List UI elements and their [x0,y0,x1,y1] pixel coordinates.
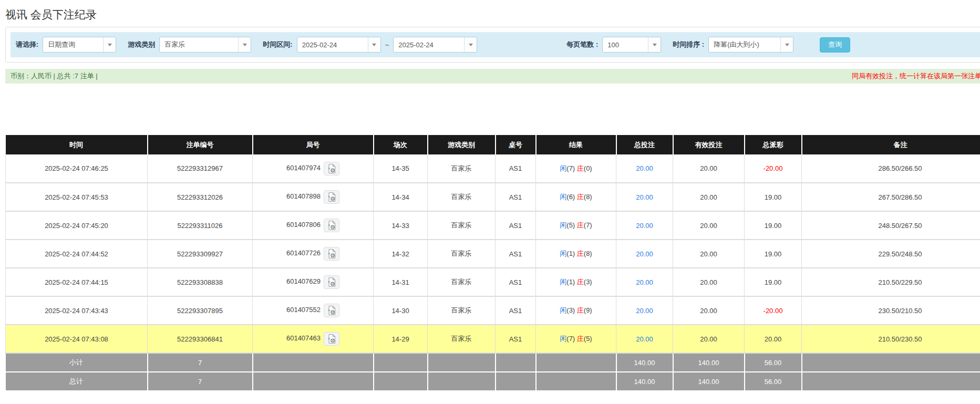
cell-round: 601407463 [253,325,374,353]
table-row[interactable]: 2025-02-24 07:45:20 522293311026 6014078… [6,211,980,240]
result-banker-points: (3) [584,278,592,286]
cell-game-type: 百家乐 [428,240,496,268]
cell-payout: -20.00 [745,296,802,325]
query-type-select[interactable]: 日期查询 [43,37,116,53]
column-header: 场次 [374,135,428,154]
cell-note: 248.50/267.50 [802,211,980,240]
cell-session: 14-30 [374,296,428,325]
result-banker-points: (7) [584,221,592,229]
cell-note: 210.50/230.50 [802,325,980,353]
table-row[interactable]: 2025-02-24 07:46:25 522293312967 6014079… [6,154,980,183]
result-player-points: (6) [566,193,575,201]
cell-total-bet: 20.00 [616,268,673,296]
video-record-icon[interactable] [324,190,339,204]
page-size-value[interactable]: 100 [603,37,648,52]
result-banker-label: 庄 [577,335,584,343]
date-to-select[interactable]: 2025-02-24 [393,37,477,53]
game-type-value[interactable]: 百家乐 [160,37,238,52]
cell-session: 14-31 [374,268,428,296]
cell-total-bet: 20.00 [616,183,673,211]
cell-session: 14-35 [374,154,428,183]
chevron-down-icon[interactable] [103,37,116,52]
search-button[interactable]: 查询 [820,37,850,53]
page-size-select[interactable]: 100 [602,37,661,53]
result-banker-points: (8) [584,193,592,201]
time-sort-select[interactable]: 降冪(由大到小) [708,37,793,53]
cell-round: 601407552 [253,296,374,325]
range-tilde: ~ [385,41,389,49]
column-header: 游戏类别 [428,135,496,154]
cell-note: 286.50/266.50 [802,154,980,183]
cell-total-bet: 20.00 [616,154,673,183]
cell-total-bet: 20.00 [616,211,673,240]
cell-payout: 19.00 [745,268,802,296]
cell-payout: 19.00 [745,240,802,268]
result-banker-label: 庄 [577,250,584,257]
time-sort-label: 时间排序 : [673,40,704,49]
cell-round: 601407629 [253,268,374,296]
cell-table-no: AS1 [496,240,536,268]
cell-table-no: AS1 [496,183,536,211]
cell-payout: -20.00 [745,154,802,183]
video-record-icon[interactable] [324,219,339,232]
column-header: 有效投注 [673,135,745,154]
time-sort-value[interactable]: 降冪(由大到小) [709,37,780,52]
result-banker-points: (9) [584,306,592,314]
cell-time: 2025-02-24 07:46:25 [6,154,148,183]
cell-round: 601407974 [253,154,374,183]
video-record-icon[interactable] [324,162,339,175]
table-row[interactable]: 2025-02-24 07:43:43 522293307895 6014075… [6,296,980,325]
result-player-label: 闲 [560,306,566,314]
result-player-label: 闲 [560,335,566,343]
column-header: 总派彩 [745,135,802,154]
chevron-down-icon[interactable] [780,37,793,52]
result-player-label: 闲 [560,250,566,257]
result-player-points: (1) [566,278,575,286]
cell-valid-bet: 20.00 [673,268,745,296]
table-header-row: 时间注单编号局号场次游戏类别桌号结果总投注有效投注总派彩备注 [6,135,980,154]
chevron-down-icon[interactable] [464,37,477,52]
game-type-label: 游戏类别 [128,40,155,49]
cell-valid-bet: 20.00 [673,325,745,353]
column-header: 结果 [536,135,616,154]
query-type-value[interactable]: 日期查询 [43,37,103,52]
video-record-icon[interactable] [324,275,339,289]
cell-game-type: 百家乐 [428,211,496,240]
cell-result: 闲(7) 庄(0) [536,154,616,183]
total-count: 7 [148,372,253,391]
cell-total-bet: 20.00 [616,240,673,268]
round-number: 601407629 [286,277,321,285]
cell-note: 267.50/286.50 [802,183,980,211]
result-banker-points: (5) [584,335,592,343]
video-record-icon[interactable] [324,304,339,317]
cell-result: 闲(5) 庄(7) [536,211,616,240]
cell-table-no: AS1 [496,154,536,183]
cell-game-type: 百家乐 [428,154,496,183]
table-row[interactable]: 2025-02-24 07:45:53 522293312026 6014078… [6,183,980,211]
summary-info-bar: 币别：人民币 | 总共 :7 注单 | 同局有效投注，统一计算在该局第一张注单 [5,69,980,84]
video-record-icon[interactable] [324,247,339,261]
date-to-value[interactable]: 2025-02-24 [394,37,464,52]
result-player-label: 闲 [560,164,566,172]
date-from-value[interactable]: 2025-02-24 [297,37,368,52]
chevron-down-icon[interactable] [368,37,380,52]
chevron-down-icon[interactable] [238,37,251,52]
table-row[interactable]: 2025-02-24 07:44:15 522293308838 6014076… [6,268,980,296]
result-player-points: (7) [566,164,575,172]
result-player-points: (3) [566,306,575,314]
date-from-select[interactable]: 2025-02-24 [297,37,381,53]
cell-valid-bet: 20.00 [673,296,745,325]
table-row[interactable]: 2025-02-24 07:43:08 522293306841 6014074… [6,325,980,353]
cell-payout: 19.00 [745,211,802,240]
chevron-down-icon[interactable] [648,37,661,52]
result-banker-points: (0) [584,164,592,172]
video-record-icon[interactable] [324,332,339,346]
total-row: 总计 7 140.00 140.00 56.00 [6,372,980,391]
filter-bar: 请选择: 日期查询 游戏类别 百家乐 时间区间: 2025-02-24 ~ 20… [11,32,980,57]
table-row[interactable]: 2025-02-24 07:44:52 522293309927 6014077… [6,240,980,268]
game-type-select[interactable]: 百家乐 [159,37,251,53]
cell-result: 闲(3) 庄(9) [536,296,616,325]
cell-game-type: 百家乐 [428,296,496,325]
result-player-label: 闲 [560,278,566,286]
cell-result: 闲(1) 庄(3) [536,268,616,296]
